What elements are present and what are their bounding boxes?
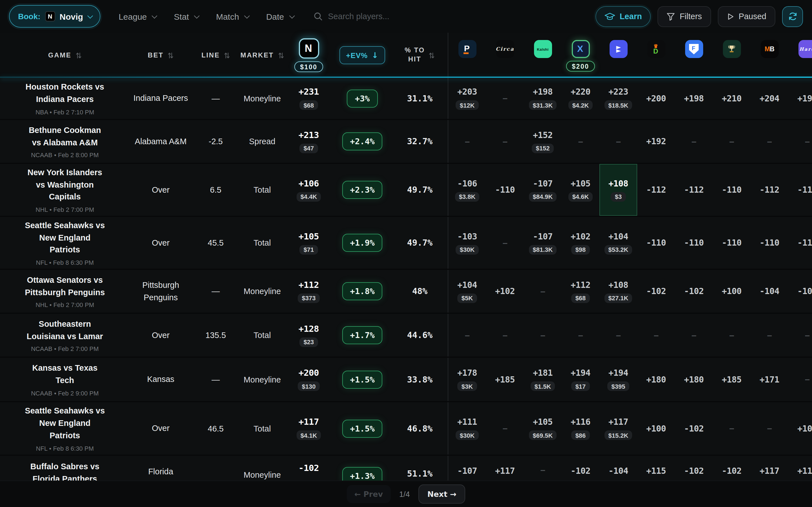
draftkings-odds-cell[interactable]: -110 [637, 217, 675, 269]
column-header-mb[interactable]: MB [751, 33, 788, 78]
pinnacle-odds-cell[interactable]: +203$12K [448, 78, 486, 119]
fanduel-odds-cell[interactable]: — [675, 314, 713, 356]
stacked-triangles-odds-cell[interactable]: +108$27.1K [599, 270, 637, 313]
draftkings-odds-cell[interactable]: -112 [637, 164, 675, 216]
stacked-triangles-odds-cell[interactable]: +194$395 [599, 358, 637, 401]
column-header-market[interactable]: MARKET [240, 33, 285, 78]
column-header-line[interactable]: LINE [192, 33, 240, 78]
stacked-triangles-odds-cell[interactable]: +104$53.2K [599, 217, 637, 269]
fanduel-odds-cell[interactable]: — [675, 120, 713, 163]
fanduel-odds-cell[interactable]: -112 [675, 164, 713, 216]
menu-date[interactable]: Date [266, 11, 293, 21]
gold-chalice-odds-cell[interactable]: +100 [713, 270, 751, 313]
column-header-novig[interactable]: N $100 [285, 33, 333, 78]
kalshi-odds-cell[interactable]: — [524, 314, 562, 356]
fanduel-odds-cell[interactable]: -110 [675, 217, 713, 269]
hard-rock-odds-cell[interactable]: -112 [788, 164, 812, 216]
kalshi-odds-cell[interactable]: +105$69.5K [524, 402, 562, 455]
kalshi-odds-cell[interactable]: -107$81.3K [524, 217, 562, 269]
stacked-triangles-odds-cell[interactable]: +223$18.5K [599, 78, 637, 119]
prev-page-button[interactable]: ← Prev [347, 485, 391, 503]
novig-odds-cell[interactable]: +213$47 [285, 120, 333, 163]
pinnacle-odds-cell[interactable]: — [448, 314, 486, 356]
stacked-triangles-odds-cell[interactable]: — [599, 314, 637, 356]
prophet-x-odds-cell[interactable]: — [562, 120, 599, 163]
stacked-triangles-odds-cell[interactable]: +117$15.2K [599, 402, 637, 455]
refresh-button[interactable] [782, 6, 803, 27]
mb-odds-cell[interactable]: — [751, 402, 788, 455]
circa-odds-cell[interactable]: — [486, 402, 524, 455]
circa-odds-cell[interactable]: — [486, 78, 524, 119]
novig-odds-cell[interactable]: +105$71 [285, 217, 333, 269]
gold-chalice-odds-cell[interactable]: -110 [713, 217, 751, 269]
circa-odds-cell[interactable]: — [486, 217, 524, 269]
fanduel-odds-cell[interactable]: -102 [675, 270, 713, 313]
book-selector[interactable]: Book: N Novig [9, 5, 101, 27]
prophet-x-odds-cell[interactable]: +102$98 [562, 217, 599, 269]
novig-odds-cell[interactable]: +106$4.4K [285, 164, 333, 216]
draftkings-odds-cell[interactable]: +180 [637, 358, 675, 401]
column-header-bet[interactable]: BET [130, 33, 192, 78]
column-header-draftkings[interactable]: ♛D [637, 33, 675, 78]
gold-chalice-odds-cell[interactable]: — [713, 402, 751, 455]
column-header-circa[interactable]: Circa [486, 33, 524, 78]
draftkings-odds-cell[interactable]: -102 [637, 270, 675, 313]
learn-button[interactable]: Learn [596, 6, 651, 27]
novig-odds-cell[interactable]: +200$130 [285, 358, 333, 401]
draftkings-odds-cell[interactable]: +192 [637, 120, 675, 163]
pinnacle-odds-cell[interactable]: +178$3K [448, 358, 486, 401]
prophet-x-odds-cell[interactable]: — [562, 314, 599, 356]
column-header-gold-chalice[interactable] [713, 33, 751, 78]
circa-odds-cell[interactable]: +102 [486, 270, 524, 313]
column-header-ev[interactable]: +EV% ↓ [333, 33, 392, 78]
pinnacle-odds-cell[interactable]: +104$5K [448, 270, 486, 313]
kalshi-odds-cell[interactable]: -107$84.9K [524, 164, 562, 216]
gold-chalice-odds-cell[interactable]: +210 [713, 78, 751, 119]
hard-rock-odds-cell[interactable]: -102 [788, 270, 812, 313]
column-header-hard-rock[interactable]: Hard [788, 33, 812, 78]
stacked-triangles-odds-cell[interactable]: — [599, 120, 637, 163]
novig-odds-cell[interactable]: +231$68 [285, 78, 333, 119]
hard-rock-odds-cell[interactable]: — [788, 314, 812, 356]
circa-odds-cell[interactable]: +185 [486, 358, 524, 401]
column-header-stacked-triangles[interactable] [599, 33, 637, 78]
search-input[interactable] [328, 12, 418, 21]
novig-odds-cell[interactable]: +128$23 [285, 314, 333, 356]
kalshi-odds-cell[interactable]: — [524, 270, 562, 313]
stacked-triangles-odds-cell[interactable]: +108$3 [599, 164, 637, 216]
fanduel-odds-cell[interactable]: +180 [675, 358, 713, 401]
pinnacle-odds-cell[interactable]: -103$30K [448, 217, 486, 269]
draftkings-odds-cell[interactable]: +100 [637, 402, 675, 455]
next-page-button[interactable]: Next → [418, 485, 465, 504]
kalshi-odds-cell[interactable]: +198$31.3K [524, 78, 562, 119]
prophet-x-odds-cell[interactable]: +194$17 [562, 358, 599, 401]
hard-rock-odds-cell[interactable]: +100 [788, 402, 812, 455]
gold-chalice-odds-cell[interactable]: -110 [713, 164, 751, 216]
prophet-x-odds-cell[interactable]: +105$4.6K [562, 164, 599, 216]
prophet-x-odds-cell[interactable]: +112$68 [562, 270, 599, 313]
mb-odds-cell[interactable]: -104 [751, 270, 788, 313]
pinnacle-odds-cell[interactable]: — [448, 120, 486, 163]
column-header-prophet-x[interactable]: X$200 [562, 33, 599, 78]
pinnacle-odds-cell[interactable]: -106$3.8K [448, 164, 486, 216]
mb-odds-cell[interactable]: -112 [751, 164, 788, 216]
hard-rock-odds-cell[interactable]: +198 [788, 78, 812, 119]
prophet-x-odds-cell[interactable]: +116$86 [562, 402, 599, 455]
gold-chalice-odds-cell[interactable]: — [713, 120, 751, 163]
hard-rock-odds-cell[interactable]: — [788, 120, 812, 163]
column-header-pinnacle[interactable]: P [448, 33, 486, 78]
prophet-x-odds-cell[interactable]: +220$4.2K [562, 78, 599, 119]
gold-chalice-odds-cell[interactable]: — [713, 314, 751, 356]
pinnacle-odds-cell[interactable]: +111$30K [448, 402, 486, 455]
mb-odds-cell[interactable]: +204 [751, 78, 788, 119]
gold-chalice-odds-cell[interactable]: +185 [713, 358, 751, 401]
kalshi-odds-cell[interactable]: +152$152 [524, 120, 562, 163]
mb-odds-cell[interactable]: -110 [751, 217, 788, 269]
draftkings-odds-cell[interactable]: +200 [637, 78, 675, 119]
menu-league[interactable]: League [119, 11, 156, 21]
circa-odds-cell[interactable]: -110 [486, 164, 524, 216]
column-header-kalshi[interactable]: Kalshi [524, 33, 562, 78]
draftkings-odds-cell[interactable]: — [637, 314, 675, 356]
fanduel-odds-cell[interactable]: -102 [675, 402, 713, 455]
mb-odds-cell[interactable]: — [751, 314, 788, 356]
